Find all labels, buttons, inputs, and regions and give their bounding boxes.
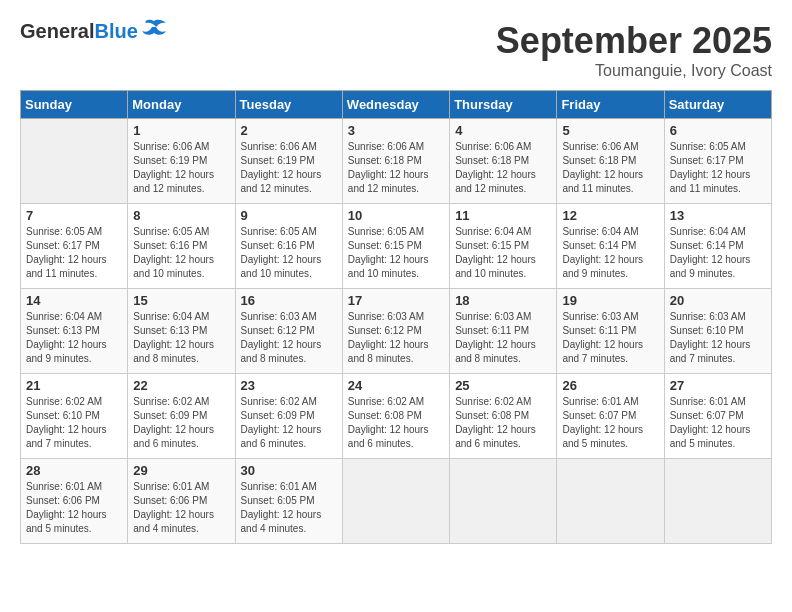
day-number: 6 bbox=[670, 123, 766, 138]
logo-text: GeneralBlue bbox=[20, 20, 138, 43]
logo-bird-icon bbox=[140, 19, 168, 41]
day-info: Sunrise: 6:05 AMSunset: 6:16 PMDaylight:… bbox=[241, 225, 337, 281]
calendar-cell bbox=[342, 459, 449, 544]
day-info: Sunrise: 6:06 AMSunset: 6:18 PMDaylight:… bbox=[562, 140, 658, 196]
calendar-cell: 4Sunrise: 6:06 AMSunset: 6:18 PMDaylight… bbox=[450, 119, 557, 204]
day-info: Sunrise: 6:03 AMSunset: 6:11 PMDaylight:… bbox=[562, 310, 658, 366]
day-info: Sunrise: 6:03 AMSunset: 6:12 PMDaylight:… bbox=[348, 310, 444, 366]
day-number: 21 bbox=[26, 378, 122, 393]
calendar-cell bbox=[450, 459, 557, 544]
weekday-header-thursday: Thursday bbox=[450, 91, 557, 119]
day-number: 1 bbox=[133, 123, 229, 138]
calendar-week-row: 28Sunrise: 6:01 AMSunset: 6:06 PMDayligh… bbox=[21, 459, 772, 544]
calendar-cell bbox=[664, 459, 771, 544]
day-info: Sunrise: 6:02 AMSunset: 6:08 PMDaylight:… bbox=[348, 395, 444, 451]
day-info: Sunrise: 6:06 AMSunset: 6:19 PMDaylight:… bbox=[133, 140, 229, 196]
day-info: Sunrise: 6:05 AMSunset: 6:16 PMDaylight:… bbox=[133, 225, 229, 281]
calendar-cell: 15Sunrise: 6:04 AMSunset: 6:13 PMDayligh… bbox=[128, 289, 235, 374]
day-number: 18 bbox=[455, 293, 551, 308]
day-number: 4 bbox=[455, 123, 551, 138]
calendar-cell: 10Sunrise: 6:05 AMSunset: 6:15 PMDayligh… bbox=[342, 204, 449, 289]
day-number: 19 bbox=[562, 293, 658, 308]
calendar-cell: 13Sunrise: 6:04 AMSunset: 6:14 PMDayligh… bbox=[664, 204, 771, 289]
day-info: Sunrise: 6:03 AMSunset: 6:11 PMDaylight:… bbox=[455, 310, 551, 366]
calendar-cell: 21Sunrise: 6:02 AMSunset: 6:10 PMDayligh… bbox=[21, 374, 128, 459]
location-text: Toumanguie, Ivory Coast bbox=[496, 62, 772, 80]
weekday-header-row: SundayMondayTuesdayWednesdayThursdayFrid… bbox=[21, 91, 772, 119]
calendar-cell: 27Sunrise: 6:01 AMSunset: 6:07 PMDayligh… bbox=[664, 374, 771, 459]
logo: GeneralBlue bbox=[20, 20, 168, 43]
calendar-cell: 18Sunrise: 6:03 AMSunset: 6:11 PMDayligh… bbox=[450, 289, 557, 374]
day-info: Sunrise: 6:01 AMSunset: 6:06 PMDaylight:… bbox=[133, 480, 229, 536]
calendar-cell: 8Sunrise: 6:05 AMSunset: 6:16 PMDaylight… bbox=[128, 204, 235, 289]
day-number: 3 bbox=[348, 123, 444, 138]
day-number: 8 bbox=[133, 208, 229, 223]
calendar-cell: 2Sunrise: 6:06 AMSunset: 6:19 PMDaylight… bbox=[235, 119, 342, 204]
day-info: Sunrise: 6:05 AMSunset: 6:17 PMDaylight:… bbox=[670, 140, 766, 196]
calendar-cell: 23Sunrise: 6:02 AMSunset: 6:09 PMDayligh… bbox=[235, 374, 342, 459]
calendar-cell: 12Sunrise: 6:04 AMSunset: 6:14 PMDayligh… bbox=[557, 204, 664, 289]
page-header: GeneralBlue September 2025 Toumanguie, I… bbox=[20, 20, 772, 80]
day-number: 2 bbox=[241, 123, 337, 138]
calendar-cell: 3Sunrise: 6:06 AMSunset: 6:18 PMDaylight… bbox=[342, 119, 449, 204]
day-number: 25 bbox=[455, 378, 551, 393]
calendar-cell: 29Sunrise: 6:01 AMSunset: 6:06 PMDayligh… bbox=[128, 459, 235, 544]
day-info: Sunrise: 6:02 AMSunset: 6:10 PMDaylight:… bbox=[26, 395, 122, 451]
day-number: 22 bbox=[133, 378, 229, 393]
day-info: Sunrise: 6:04 AMSunset: 6:13 PMDaylight:… bbox=[133, 310, 229, 366]
day-number: 30 bbox=[241, 463, 337, 478]
calendar-cell: 16Sunrise: 6:03 AMSunset: 6:12 PMDayligh… bbox=[235, 289, 342, 374]
calendar-cell: 1Sunrise: 6:06 AMSunset: 6:19 PMDaylight… bbox=[128, 119, 235, 204]
calendar-cell: 6Sunrise: 6:05 AMSunset: 6:17 PMDaylight… bbox=[664, 119, 771, 204]
day-number: 9 bbox=[241, 208, 337, 223]
day-number: 27 bbox=[670, 378, 766, 393]
day-info: Sunrise: 6:02 AMSunset: 6:09 PMDaylight:… bbox=[241, 395, 337, 451]
day-number: 14 bbox=[26, 293, 122, 308]
day-info: Sunrise: 6:01 AMSunset: 6:07 PMDaylight:… bbox=[562, 395, 658, 451]
calendar-cell: 17Sunrise: 6:03 AMSunset: 6:12 PMDayligh… bbox=[342, 289, 449, 374]
day-number: 17 bbox=[348, 293, 444, 308]
day-info: Sunrise: 6:03 AMSunset: 6:12 PMDaylight:… bbox=[241, 310, 337, 366]
day-number: 11 bbox=[455, 208, 551, 223]
day-number: 5 bbox=[562, 123, 658, 138]
calendar-week-row: 1Sunrise: 6:06 AMSunset: 6:19 PMDaylight… bbox=[21, 119, 772, 204]
day-info: Sunrise: 6:05 AMSunset: 6:17 PMDaylight:… bbox=[26, 225, 122, 281]
weekday-header-friday: Friday bbox=[557, 91, 664, 119]
day-info: Sunrise: 6:06 AMSunset: 6:18 PMDaylight:… bbox=[455, 140, 551, 196]
day-number: 16 bbox=[241, 293, 337, 308]
day-info: Sunrise: 6:04 AMSunset: 6:13 PMDaylight:… bbox=[26, 310, 122, 366]
calendar-cell: 5Sunrise: 6:06 AMSunset: 6:18 PMDaylight… bbox=[557, 119, 664, 204]
calendar-cell bbox=[21, 119, 128, 204]
day-info: Sunrise: 6:06 AMSunset: 6:18 PMDaylight:… bbox=[348, 140, 444, 196]
day-info: Sunrise: 6:04 AMSunset: 6:14 PMDaylight:… bbox=[670, 225, 766, 281]
title-block: September 2025 Toumanguie, Ivory Coast bbox=[496, 20, 772, 80]
day-info: Sunrise: 6:02 AMSunset: 6:09 PMDaylight:… bbox=[133, 395, 229, 451]
day-info: Sunrise: 6:01 AMSunset: 6:07 PMDaylight:… bbox=[670, 395, 766, 451]
day-number: 20 bbox=[670, 293, 766, 308]
day-info: Sunrise: 6:01 AMSunset: 6:06 PMDaylight:… bbox=[26, 480, 122, 536]
calendar-week-row: 14Sunrise: 6:04 AMSunset: 6:13 PMDayligh… bbox=[21, 289, 772, 374]
calendar-week-row: 21Sunrise: 6:02 AMSunset: 6:10 PMDayligh… bbox=[21, 374, 772, 459]
calendar-cell: 26Sunrise: 6:01 AMSunset: 6:07 PMDayligh… bbox=[557, 374, 664, 459]
calendar-cell: 19Sunrise: 6:03 AMSunset: 6:11 PMDayligh… bbox=[557, 289, 664, 374]
calendar-cell: 7Sunrise: 6:05 AMSunset: 6:17 PMDaylight… bbox=[21, 204, 128, 289]
day-number: 23 bbox=[241, 378, 337, 393]
weekday-header-monday: Monday bbox=[128, 91, 235, 119]
month-title: September 2025 bbox=[496, 20, 772, 62]
day-info: Sunrise: 6:04 AMSunset: 6:14 PMDaylight:… bbox=[562, 225, 658, 281]
day-info: Sunrise: 6:06 AMSunset: 6:19 PMDaylight:… bbox=[241, 140, 337, 196]
calendar-cell: 25Sunrise: 6:02 AMSunset: 6:08 PMDayligh… bbox=[450, 374, 557, 459]
calendar-cell: 30Sunrise: 6:01 AMSunset: 6:05 PMDayligh… bbox=[235, 459, 342, 544]
calendar-cell: 28Sunrise: 6:01 AMSunset: 6:06 PMDayligh… bbox=[21, 459, 128, 544]
day-number: 7 bbox=[26, 208, 122, 223]
calendar-table: SundayMondayTuesdayWednesdayThursdayFrid… bbox=[20, 90, 772, 544]
calendar-week-row: 7Sunrise: 6:05 AMSunset: 6:17 PMDaylight… bbox=[21, 204, 772, 289]
calendar-cell: 14Sunrise: 6:04 AMSunset: 6:13 PMDayligh… bbox=[21, 289, 128, 374]
calendar-cell: 20Sunrise: 6:03 AMSunset: 6:10 PMDayligh… bbox=[664, 289, 771, 374]
day-number: 24 bbox=[348, 378, 444, 393]
day-number: 29 bbox=[133, 463, 229, 478]
weekday-header-tuesday: Tuesday bbox=[235, 91, 342, 119]
weekday-header-sunday: Sunday bbox=[21, 91, 128, 119]
calendar-cell: 22Sunrise: 6:02 AMSunset: 6:09 PMDayligh… bbox=[128, 374, 235, 459]
weekday-header-saturday: Saturday bbox=[664, 91, 771, 119]
